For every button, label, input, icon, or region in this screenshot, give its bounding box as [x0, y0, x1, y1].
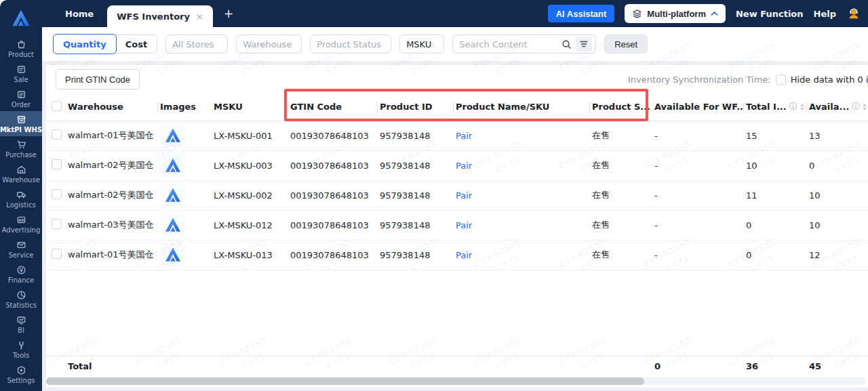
cell-status: 在售: [589, 240, 652, 270]
product-image[interactable]: [160, 182, 186, 208]
col-total-inventory[interactable]: Total I...ⓘ: [743, 94, 806, 121]
search-input[interactable]: [459, 39, 557, 49]
tab-bar: Home WFS Inventory × +: [52, 0, 244, 27]
all-stores-dropdown[interactable]: All Stores: [165, 35, 228, 54]
sidebar-item-statistics[interactable]: Statistics: [0, 287, 42, 312]
cell-available-for-wfs: -: [652, 121, 743, 150]
new-function-link[interactable]: New Function: [736, 9, 804, 19]
col-warehouse[interactable]: Warehouse: [65, 94, 157, 121]
service-icon: [16, 240, 26, 250]
info-icon[interactable]: ⓘ: [789, 101, 797, 112]
warehouse-value: Warehouse: [243, 39, 292, 49]
quantity-toggle[interactable]: Quantity: [53, 34, 117, 54]
sidebar-item-warehouse[interactable]: Warehouse: [0, 161, 42, 186]
sidebar-item-label: Settings: [7, 377, 35, 384]
cell-product-id: 957938148: [377, 150, 453, 180]
filter-bar: Quantity Cost All Stores Warehouse Produ…: [42, 27, 868, 61]
sidebar-item-bi[interactable]: BI: [0, 312, 42, 337]
total-available: 45: [806, 356, 868, 376]
sidebar-item-mktpl-whs[interactable]: MktPl WHS: [0, 111, 42, 136]
logo-icon[interactable]: [0, 0, 42, 36]
row-checkbox[interactable]: [52, 159, 62, 169]
multi-platform-button[interactable]: Multi-platform: [625, 4, 726, 23]
row-checkbox[interactable]: [52, 249, 62, 259]
col-total-inventory-label: Total I...: [746, 102, 787, 112]
reset-button[interactable]: Reset: [604, 35, 648, 54]
hide-zero-label: Hide data with 0 inven: [791, 75, 868, 85]
cell-available: 10: [806, 180, 868, 210]
total-row: Total 0 36 45: [46, 356, 868, 377]
sort-icon[interactable]: [863, 104, 867, 110]
warehouse-icon: [16, 165, 26, 175]
pair-link[interactable]: Pair: [456, 161, 472, 171]
table-row: walmart-02号美国仓 LX-MSKU-002 0019307864810…: [46, 180, 868, 210]
plus-icon[interactable]: +: [213, 0, 244, 27]
filter-icon[interactable]: [576, 37, 592, 52]
cell-available: 10: [806, 210, 868, 240]
warehouse-dropdown[interactable]: Warehouse: [236, 35, 302, 54]
col-available-for-wfs[interactable]: Available For WF...: [652, 94, 743, 121]
table-empty-area: [46, 270, 868, 356]
product-image[interactable]: [160, 123, 186, 148]
row-checkbox[interactable]: [52, 129, 62, 140]
sidebar-item-service[interactable]: Service: [0, 236, 42, 262]
cell-product-id: 957938148: [377, 210, 453, 240]
hide-zero-checkbox[interactable]: [776, 75, 786, 85]
sidebar-item-tools[interactable]: Tools: [0, 337, 42, 362]
cell-msku: LX-MSKU-003: [211, 150, 288, 180]
scrollbar-thumb[interactable]: [46, 377, 644, 385]
pair-link[interactable]: Pair: [456, 131, 472, 141]
col-product-status[interactable]: Product S...: [589, 94, 652, 121]
cell-total-inventory: 0: [743, 240, 806, 270]
row-checkbox[interactable]: [52, 189, 62, 199]
tab-wfs-inventory[interactable]: WFS Inventory ×: [107, 5, 213, 27]
multi-platform-label: Multi-platform: [647, 9, 706, 19]
pair-link[interactable]: Pair: [456, 250, 472, 260]
table-toolbar: Print GTIN Code Inventory Synchronizatio…: [46, 65, 868, 94]
product-status-dropdown[interactable]: Product Status: [310, 35, 391, 54]
cell-status: 在售: [589, 150, 652, 180]
col-available[interactable]: Availa...ⓘ: [806, 94, 868, 121]
pair-link[interactable]: Pair: [456, 220, 472, 230]
ai-assistant-button[interactable]: AI Assistant: [548, 5, 615, 22]
row-checkbox[interactable]: [52, 219, 62, 229]
sidebar-item-product[interactable]: Product: [0, 36, 42, 61]
total-label: Total: [65, 356, 157, 376]
product-image[interactable]: [160, 152, 186, 178]
tab-home[interactable]: Home: [52, 0, 107, 27]
sidebar-item-label: MktPl WHS: [0, 126, 42, 133]
cell-msku: LX-MSKU-012: [211, 210, 288, 240]
sidebar-item-finance[interactable]: Finance: [0, 262, 42, 287]
print-gtin-button[interactable]: Print GTIN Code: [56, 69, 140, 89]
sidebar-item-settings[interactable]: Settings: [0, 362, 42, 387]
cost-toggle[interactable]: Cost: [116, 35, 157, 54]
cell-product-id: 957938148: [377, 180, 453, 210]
sync-time-label: Inventory Synchronization Time:: [628, 75, 771, 85]
col-msku[interactable]: MSKU: [211, 94, 288, 121]
help-link[interactable]: Help: [814, 9, 836, 19]
sidebar-item-purchase[interactable]: Purchase: [0, 136, 42, 161]
info-icon[interactable]: ⓘ: [852, 101, 860, 112]
product-image[interactable]: [160, 242, 186, 268]
col-gtin[interactable]: GTIN Code: [288, 94, 377, 121]
sort-icon[interactable]: [800, 104, 804, 110]
col-product-name[interactable]: Product Name/SKU: [453, 94, 589, 121]
msku-dropdown[interactable]: MSKU: [399, 35, 444, 54]
select-all-checkbox[interactable]: [52, 101, 62, 111]
support-icon[interactable]: [846, 6, 861, 21]
sidebar-item-advertising[interactable]: AD Advertising: [0, 211, 42, 236]
close-icon[interactable]: ×: [196, 12, 203, 22]
product-image[interactable]: [160, 212, 186, 238]
sidebar-item-logistics[interactable]: Logistics: [0, 186, 42, 211]
logistics-icon: [16, 190, 26, 200]
table-row: walmart-02号美国仓 LX-MSKU-003 0019307864810…: [46, 150, 868, 180]
pair-link[interactable]: Pair: [456, 190, 472, 201]
search-icon[interactable]: [561, 39, 572, 49]
sidebar-item-order[interactable]: Order: [0, 86, 42, 111]
horizontal-scrollbar: [46, 376, 865, 386]
sidebar-item-label: Logistics: [6, 201, 35, 209]
col-product-id[interactable]: Product ID: [377, 94, 453, 121]
cell-status: 在售: [589, 121, 652, 150]
col-images[interactable]: Images: [157, 94, 211, 121]
sidebar-item-sale[interactable]: Sale: [0, 61, 42, 86]
